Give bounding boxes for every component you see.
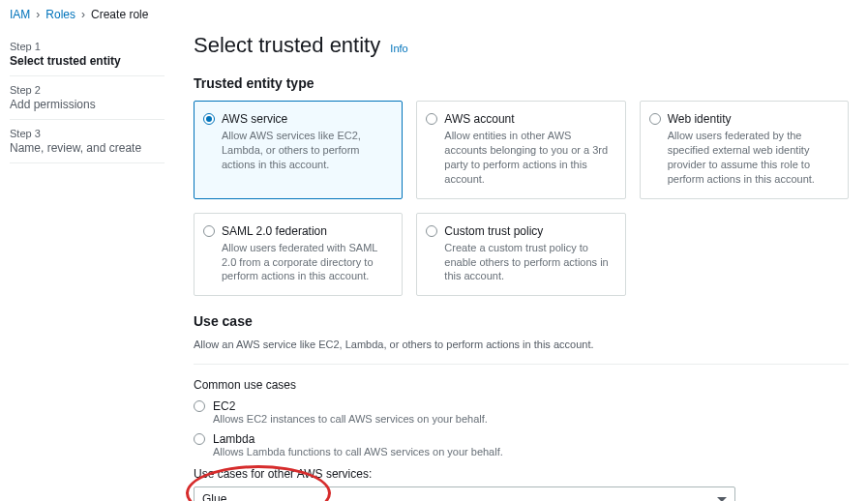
service-dropdown[interactable]: Glue: [194, 486, 735, 501]
info-link[interactable]: Info: [390, 43, 407, 54]
step-1[interactable]: Step 1 Select trusted entity: [10, 33, 165, 76]
entity-title: AWS account: [444, 111, 613, 127]
chevron-right-icon: ›: [81, 8, 85, 21]
breadcrumb-current: Create role: [91, 8, 148, 21]
entity-aws-account[interactable]: AWS account Allow entities in other AWS …: [416, 101, 625, 199]
entity-aws-service[interactable]: AWS service Allow AWS services like EC2,…: [194, 101, 403, 199]
section-heading-use-case: Use case: [194, 313, 849, 329]
step-2[interactable]: Step 2 Add permissions: [10, 76, 165, 120]
dropdown-value: Glue: [202, 492, 226, 501]
step-label: Step 2: [10, 84, 165, 96]
radio-icon: [194, 400, 205, 412]
entity-desc: Create a custom trust policy to enable o…: [444, 241, 613, 284]
breadcrumb-roles[interactable]: Roles: [45, 8, 75, 21]
step-title: Name, review, and create: [10, 141, 165, 155]
divider: [194, 364, 849, 365]
entity-desc: Allow users federated by the specified e…: [668, 129, 836, 186]
use-case-lambda[interactable]: Lambda Allows Lambda functions to call A…: [194, 432, 849, 457]
other-services-label: Use cases for other AWS services:: [194, 467, 849, 481]
radio-icon: [203, 113, 215, 125]
use-case-ec2[interactable]: EC2 Allows EC2 instances to call AWS ser…: [194, 399, 849, 425]
step-label: Step 1: [10, 41, 165, 52]
section-heading-trusted-entity: Trusted entity type: [194, 75, 849, 91]
entity-desc: Allow users federated with SAML 2.0 from…: [222, 241, 390, 284]
radio-icon: [194, 433, 205, 445]
radio-icon: [203, 225, 215, 237]
step-3[interactable]: Step 3 Name, review, and create: [10, 120, 165, 163]
caret-down-icon: [717, 497, 727, 501]
use-case-desc: Allows Lambda functions to call AWS serv…: [213, 446, 503, 457]
radio-icon: [426, 225, 437, 237]
use-case-desc: Allows EC2 instances to call AWS service…: [213, 413, 488, 425]
entity-title: Web identity: [668, 111, 836, 127]
step-title: Add permissions: [10, 98, 165, 111]
use-case-title: Lambda: [213, 432, 503, 446]
entity-title: SAML 2.0 federation: [222, 223, 390, 239]
entity-web-identity[interactable]: Web identity Allow users federated by th…: [640, 101, 849, 199]
page-title: Select trusted entity Info: [194, 33, 849, 58]
entity-custom-policy[interactable]: Custom trust policy Create a custom trus…: [416, 213, 625, 297]
entity-desc: Allow entities in other AWS accounts bel…: [444, 129, 613, 186]
common-cases-label: Common use cases: [194, 378, 849, 392]
entity-title: AWS service: [222, 111, 390, 127]
radio-icon: [426, 113, 437, 125]
entity-desc: Allow AWS services like EC2, Lambda, or …: [222, 129, 390, 172]
entity-saml[interactable]: SAML 2.0 federation Allow users federate…: [194, 213, 403, 297]
entity-title: Custom trust policy: [444, 223, 613, 239]
step-title: Select trusted entity: [10, 54, 165, 68]
chevron-right-icon: ›: [36, 8, 40, 21]
use-case-title: EC2: [213, 399, 488, 413]
step-label: Step 3: [10, 128, 165, 139]
breadcrumb: IAM › Roles › Create role: [0, 0, 868, 33]
wizard-steps: Step 1 Select trusted entity Step 2 Add …: [10, 33, 165, 501]
breadcrumb-iam[interactable]: IAM: [10, 8, 30, 21]
radio-icon: [649, 113, 661, 125]
use-case-subtitle: Allow an AWS service like EC2, Lambda, o…: [194, 339, 849, 350]
